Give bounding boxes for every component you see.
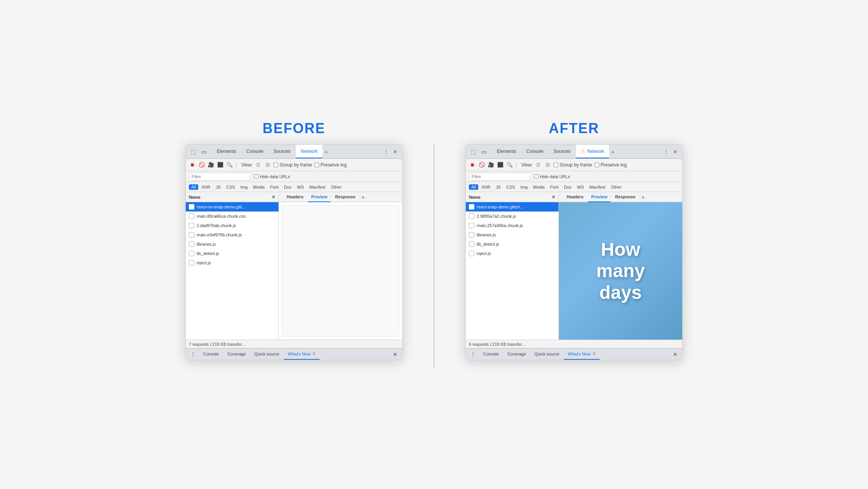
inspect-icon[interactable]: ⬚ — [189, 147, 197, 156]
after-bottom-close-icon[interactable]: ✕ — [671, 351, 679, 357]
after-view-grid-icon[interactable]: ⊞ — [544, 161, 551, 168]
file-item-5[interactable]: lib_detect.js — [186, 249, 278, 258]
detail-tab-headers[interactable]: Headers — [284, 192, 306, 202]
after-bottom-tab-menu[interactable]: ⋮ — [469, 351, 477, 357]
bottom-tab-menu[interactable]: ⋮ — [189, 351, 197, 357]
after-detail-tab-preview[interactable]: Preview — [588, 192, 610, 202]
after-search-icon[interactable]: 🔍 — [506, 161, 513, 168]
bottom-tab-console[interactable]: Console — [199, 349, 223, 360]
after-type-other[interactable]: Other — [609, 184, 624, 190]
type-ws[interactable]: WS — [295, 184, 306, 190]
type-media[interactable]: Media — [251, 184, 267, 190]
after-tab-network[interactable]: ⚠ Network — [576, 145, 609, 158]
file-item-4[interactable]: libraries.js — [186, 239, 278, 249]
tab-console[interactable]: Console — [242, 145, 268, 158]
type-img[interactable]: Img — [238, 184, 250, 190]
after-type-ws[interactable]: WS — [575, 184, 586, 190]
after-hide-data-urls-input[interactable] — [534, 174, 538, 179]
after-bottom-tab-coverage[interactable]: Coverage — [503, 349, 530, 360]
after-tab-menu[interactable]: ⋮ — [662, 149, 671, 155]
file-item-0[interactable]: react-no-snap-demo.glit... — [186, 202, 278, 212]
after-camera-icon[interactable]: 🎥 — [488, 161, 495, 168]
close-detail-icon[interactable]: ✕ — [271, 194, 275, 200]
after-bottom-tab-console[interactable]: Console — [479, 349, 503, 360]
preserve-log-checkbox[interactable]: Preserve log — [315, 162, 347, 168]
before-filter-input[interactable] — [189, 173, 251, 180]
after-clear-icon[interactable]: 🚫 — [478, 161, 485, 168]
after-preserve-log-checkbox[interactable]: Preserve log — [595, 162, 627, 168]
type-other[interactable]: Other — [329, 184, 344, 190]
after-view-list-icon[interactable]: ☰ — [535, 161, 542, 168]
bottom-tab-whatsnew[interactable]: What's New ✕ — [284, 349, 319, 360]
after-file-item-2[interactable]: main.257a366a.chunk.js — [466, 221, 558, 230]
after-type-doc[interactable]: Doc — [562, 184, 574, 190]
detail-tab-response[interactable]: Response — [332, 192, 359, 202]
after-type-font[interactable]: Font — [548, 184, 561, 190]
detail-tab-more[interactable]: » — [360, 194, 366, 200]
after-bottom-tab-whatsnew[interactable]: What's New ✕ — [564, 349, 599, 360]
bottom-tab-coverage[interactable]: Coverage — [223, 349, 250, 360]
after-tab-close[interactable]: ✕ — [671, 149, 679, 155]
tab-network[interactable]: Network — [296, 145, 322, 158]
device-icon-after[interactable]: ▭ — [480, 147, 488, 156]
inspect-icon-after[interactable]: ⬚ — [469, 147, 477, 156]
after-group-by-frame-input[interactable] — [553, 163, 558, 167]
view-grid-icon[interactable]: ⊞ — [264, 161, 271, 168]
after-file-item-1[interactable]: 2.9895a7a2.chunk.js — [466, 212, 558, 221]
bottom-close-icon[interactable]: ✕ — [391, 351, 399, 357]
preserve-log-input[interactable] — [315, 163, 319, 167]
file-item-6[interactable]: inject.js — [186, 258, 278, 267]
after-filter-icon[interactable]: ⬛ — [497, 161, 504, 168]
type-doc[interactable]: Doc — [282, 184, 294, 190]
hide-data-urls-input[interactable] — [254, 174, 258, 179]
tab-more[interactable]: » — [323, 149, 329, 155]
type-css[interactable]: CSS — [224, 184, 237, 190]
after-bottom-tab-close[interactable]: ✕ — [592, 351, 596, 356]
file-item-3[interactable]: main.e3ef976b.chunk.js — [186, 230, 278, 239]
after-detail-tab-response[interactable]: Response — [612, 192, 639, 202]
after-file-item-3[interactable]: libraries.js — [466, 230, 558, 239]
after-close-detail-icon[interactable]: ✕ — [552, 194, 555, 200]
after-tab-more[interactable]: » — [610, 149, 616, 155]
after-file-item-0[interactable]: react-snap-demo.glitch... — [466, 202, 558, 212]
file-item-2[interactable]: 2.dad97bab.chunk.js — [186, 221, 278, 230]
after-type-manifest[interactable]: Manifest — [587, 184, 608, 190]
after-detail-tab-more[interactable]: » — [640, 194, 646, 200]
type-js[interactable]: JS — [213, 184, 223, 190]
tab-close[interactable]: ✕ — [391, 149, 399, 155]
camera-icon[interactable]: 🎥 — [207, 161, 214, 168]
after-type-xhr[interactable]: XHR — [479, 184, 493, 190]
type-all[interactable]: All — [189, 184, 198, 190]
search-icon[interactable]: 🔍 — [226, 161, 233, 168]
after-file-item-4[interactable]: lib_detect.js — [466, 239, 558, 249]
record-icon[interactable]: ⏺ — [189, 161, 196, 168]
after-type-media[interactable]: Media — [531, 184, 547, 190]
group-by-frame-input[interactable] — [273, 163, 278, 167]
bottom-tab-quicksource[interactable]: Quick source — [251, 349, 283, 360]
tab-menu[interactable]: ⋮ — [382, 149, 391, 155]
after-preserve-log-input[interactable] — [595, 163, 599, 167]
device-icon[interactable]: ▭ — [200, 147, 208, 156]
after-type-img[interactable]: Img — [518, 184, 530, 190]
after-filter-input[interactable] — [469, 173, 531, 180]
detail-tab-preview[interactable]: Preview — [308, 192, 330, 202]
hide-data-urls-checkbox[interactable]: Hide data URLs — [254, 174, 290, 179]
group-by-frame-checkbox[interactable]: Group by frame — [273, 162, 312, 168]
type-font[interactable]: Font — [268, 184, 281, 190]
after-group-by-frame-checkbox[interactable]: Group by frame — [553, 162, 592, 168]
tab-sources[interactable]: Sources — [269, 145, 295, 158]
type-manifest[interactable]: Manifest — [307, 184, 328, 190]
view-list-icon[interactable]: ☰ — [255, 161, 262, 168]
tab-elements[interactable]: Elements — [212, 145, 241, 158]
clear-icon[interactable]: 🚫 — [198, 161, 205, 168]
type-xhr[interactable]: XHR — [199, 184, 213, 190]
file-item-1[interactable]: main.80ca66ca.chunk.css — [186, 212, 278, 221]
after-type-css[interactable]: CSS — [504, 184, 517, 190]
after-type-all[interactable]: All — [469, 184, 478, 190]
after-record-icon[interactable]: ⏺ — [469, 161, 476, 168]
after-type-js[interactable]: JS — [493, 184, 503, 190]
after-bottom-tab-quicksource[interactable]: Quick source — [531, 349, 563, 360]
after-hide-data-urls-checkbox[interactable]: Hide data URLs — [534, 174, 570, 179]
after-detail-tab-headers[interactable]: Headers — [564, 192, 586, 202]
bottom-tab-close[interactable]: ✕ — [312, 351, 316, 356]
